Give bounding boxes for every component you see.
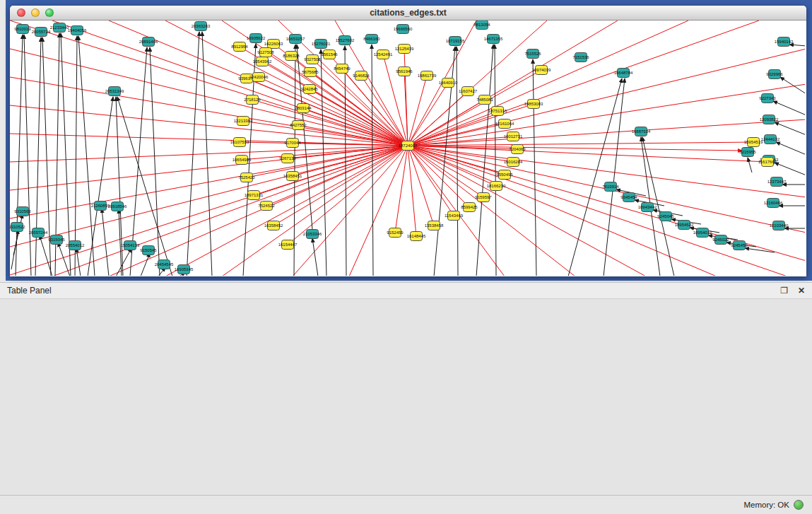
cited-node[interactable]: 9159597 [475,193,492,202]
cited-node[interactable]: 12125439 [395,45,414,54]
svg-text:9345454: 9345454 [620,195,637,199]
cited-node[interactable]: 16640910 [439,78,458,88]
network-node[interactable]: 20531349 [105,87,124,96]
cited-node[interactable]: 9146824 [353,71,370,81]
cited-node[interactable]: 18751315 [488,107,507,116]
close-window-icon[interactable] [17,8,25,17]
cited-node[interactable]: 9242845 [301,85,318,94]
svg-text:15527602: 15527602 [336,38,355,42]
cited-node[interactable]: 7485083 [476,95,493,105]
network-node[interactable]: 7515526 [524,49,541,59]
close-panel-icon[interactable]: ✕ [798,286,805,296]
cited-node[interactable]: 14853083 [524,100,543,109]
network-node[interactable]: 20918546 [108,202,127,211]
network-node[interactable]: 9329966 [766,70,783,79]
network-node[interactable]: 20454545 [155,260,174,269]
cited-node[interactable]: 10543962 [253,57,272,66]
network-node[interactable]: 9345454 [620,193,637,202]
cited-node[interactable]: 7525420 [238,173,255,182]
cited-node[interactable]: 12213383 [234,117,253,126]
cited-node[interactable]: 19861739 [418,71,437,81]
network-window-titlebar[interactable]: citations_edges.txt [10,6,806,21]
cited-node[interactable]: 5675685 [302,68,319,77]
cited-node[interactable]: 16148445 [407,232,426,241]
cited-node[interactable]: 9327508 [304,55,321,64]
network-node[interactable]: 21053346 [303,230,322,239]
cited-node[interactable]: 9152459 [387,228,404,238]
network-node[interactable]: 8466160 [363,35,380,44]
network-window[interactable]: citations_edges.txt 98100192005572421233… [10,6,806,276]
network-node[interactable]: 12103440 [770,221,789,230]
network-node[interactable]: 8813054 [473,21,490,30]
cited-node[interactable]: 16358452 [264,221,283,230]
network-node[interactable]: 20557244 [29,228,48,238]
cited-node[interactable]: 9561546 [321,50,338,59]
cited-node[interactable]: 10974039 [532,66,551,75]
cited-node[interactable]: 16012731 [504,132,523,141]
network-node[interactable]: 12373447 [767,177,787,187]
cited-node[interactable]: 8454749 [334,64,351,74]
svg-text:7525420: 7525420 [238,175,255,180]
network-node[interactable]: 9810019 [14,25,31,34]
network-node[interactable]: 21233440 [50,23,69,33]
network-node[interactable]: 15527602 [336,36,355,45]
network-node[interactable]: 16887934 [632,127,651,136]
network-node[interactable]: 16905345 [175,265,194,274]
network-node[interactable]: 20554012 [66,241,85,250]
svg-text:18971331: 18971331 [245,193,264,197]
cited-node[interactable]: 13538458 [425,221,444,230]
cited-node[interactable]: 8186328 [283,52,300,61]
cited-node[interactable]: 14226063 [264,40,283,49]
network-node[interactable]: 9245045 [657,212,674,221]
network-node[interactable]: 10719155 [446,37,465,46]
cited-node[interactable]: 9550495 [496,170,513,180]
network-node[interactable]: 15054133 [121,241,140,250]
svg-text:9245045: 9245045 [657,214,674,218]
cited-node[interactable]: 9561946 [396,67,413,76]
zoom-window-icon[interactable] [45,8,54,17]
cited-node[interactable]: 9127508 [257,48,274,57]
memory-status-icon[interactable] [794,500,804,510]
svg-text:13538458: 13538458 [425,223,444,228]
minimize-window-icon[interactable] [31,8,40,17]
cited-node[interactable]: 16154447 [278,240,298,250]
citation-network-graph[interactable]: 9810019200557242123344019404056205313492… [10,21,805,276]
cited-node[interactable]: 2803144 [295,104,312,113]
cited-node[interactable]: 10654985 [233,156,252,165]
network-node[interactable]: 15276021 [312,40,331,49]
network-node[interactable]: 20055724 [32,28,51,37]
cited-node[interactable]: 7524522 [258,201,275,211]
cited-node[interactable]: 7204069 [509,145,526,154]
cited-node[interactable]: 11607427 [459,87,478,96]
cited-node[interactable]: 9267130 [279,154,296,163]
network-node[interactable]: 9245450 [731,241,748,250]
network-node[interactable]: 9245022 [712,235,729,245]
cited-node[interactable]: 11543469 [445,211,464,221]
cited-node[interactable]: 16107553 [230,138,249,147]
svg-text:12444132: 12444132 [761,137,780,141]
cited-node[interactable]: 9170044 [284,139,301,148]
network-node[interactable]: 20891406 [139,37,158,47]
network-node[interactable]: 9310522 [10,223,25,232]
network-canvas[interactable]: 9810019200557242123344019404056205313492… [10,21,806,276]
cited-node[interactable]: 8599425 [461,203,478,212]
network-node[interactable]: 9150545 [140,246,157,255]
network-node[interactable]: 14671355 [484,35,503,44]
network-node[interactable]: 12160466 [764,199,783,208]
cited-node[interactable]: 2718126 [244,95,261,105]
network-node[interactable]: 9310563 [14,207,31,216]
float-panel-icon[interactable]: ❐ [780,286,788,296]
network-node[interactable]: 16905622 [247,34,266,43]
network-node[interactable]: 19666560 [394,25,413,34]
network-node[interactable]: 7619914 [602,182,619,192]
network-node[interactable]: 9315045 [48,235,65,245]
network-node[interactable]: 20363263 [192,22,211,31]
network-node[interactable]: 8215955 [739,148,756,157]
cited-node[interactable]: 8427552 [290,121,307,130]
network-node[interactable]: 7151536 [572,53,589,62]
network-node[interactable]: 16648784 [614,69,633,78]
network-node[interactable]: 9227343 [759,94,776,103]
network-node[interactable]: 10653257 [286,35,305,44]
cited-node[interactable]: 12542491 [374,50,393,59]
cited-node[interactable]: 8912954 [231,42,248,52]
